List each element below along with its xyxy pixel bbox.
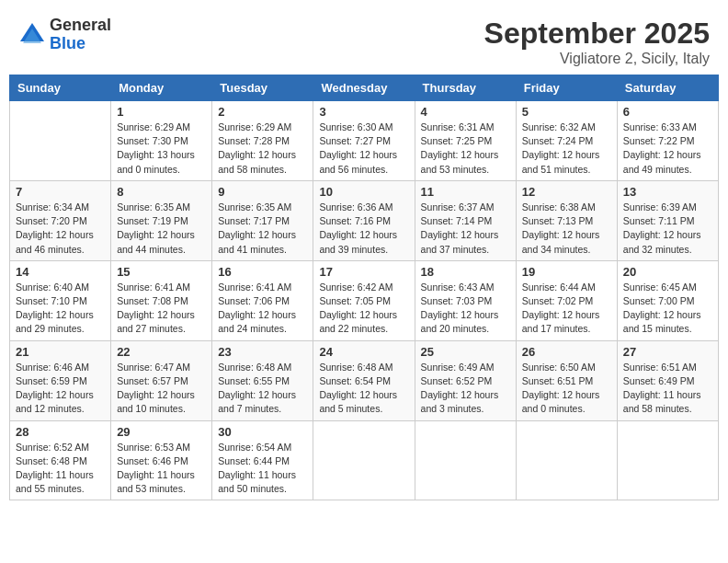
day-info: Sunrise: 6:51 AM Sunset: 6:49 PM Dayligh… (623, 361, 712, 417)
day-number: 14 (16, 265, 105, 279)
weekday-header-sunday: Sunday (10, 75, 111, 101)
day-number: 7 (16, 185, 105, 199)
calendar-day-23: 23Sunrise: 6:48 AM Sunset: 6:55 PM Dayli… (212, 340, 313, 420)
day-number: 11 (421, 185, 510, 199)
calendar-empty-cell (516, 420, 617, 500)
calendar-day-9: 9Sunrise: 6:35 AM Sunset: 7:17 PM Daylig… (212, 180, 313, 260)
calendar-day-6: 6Sunrise: 6:33 AM Sunset: 7:22 PM Daylig… (617, 101, 718, 181)
calendar-day-26: 26Sunrise: 6:50 AM Sunset: 6:51 PM Dayli… (516, 340, 617, 420)
day-info: Sunrise: 6:29 AM Sunset: 7:28 PM Dayligh… (218, 121, 307, 177)
calendar-week-row: 14Sunrise: 6:40 AM Sunset: 7:10 PM Dayli… (10, 260, 719, 340)
calendar-day-17: 17Sunrise: 6:42 AM Sunset: 7:05 PM Dayli… (313, 260, 415, 340)
day-number: 24 (319, 345, 408, 359)
calendar-day-28: 28Sunrise: 6:52 AM Sunset: 6:48 PM Dayli… (10, 420, 111, 500)
day-info: Sunrise: 6:35 AM Sunset: 7:19 PM Dayligh… (117, 201, 206, 257)
calendar-empty-cell (617, 420, 718, 500)
calendar-day-22: 22Sunrise: 6:47 AM Sunset: 6:57 PM Dayli… (111, 340, 212, 420)
calendar-day-10: 10Sunrise: 6:36 AM Sunset: 7:16 PM Dayli… (313, 180, 415, 260)
calendar-day-14: 14Sunrise: 6:40 AM Sunset: 7:10 PM Dayli… (10, 260, 111, 340)
weekday-header-thursday: Thursday (415, 75, 516, 101)
calendar-day-19: 19Sunrise: 6:44 AM Sunset: 7:02 PM Dayli… (516, 260, 617, 340)
day-number: 9 (218, 185, 307, 199)
calendar-day-27: 27Sunrise: 6:51 AM Sunset: 6:49 PM Dayli… (617, 340, 718, 420)
calendar-day-2: 2Sunrise: 6:29 AM Sunset: 7:28 PM Daylig… (212, 101, 313, 181)
day-number: 26 (522, 345, 611, 359)
calendar-week-row: 21Sunrise: 6:46 AM Sunset: 6:59 PM Dayli… (10, 340, 719, 420)
day-info: Sunrise: 6:44 AM Sunset: 7:02 PM Dayligh… (522, 281, 611, 337)
day-info: Sunrise: 6:37 AM Sunset: 7:14 PM Dayligh… (421, 201, 510, 257)
day-number: 25 (421, 345, 510, 359)
day-info: Sunrise: 6:38 AM Sunset: 7:13 PM Dayligh… (522, 201, 611, 257)
day-info: Sunrise: 6:40 AM Sunset: 7:10 PM Dayligh… (16, 281, 105, 337)
header: General Blue September 2025 Vigliatore 2… (9, 9, 719, 67)
calendar-day-1: 1Sunrise: 6:29 AM Sunset: 7:30 PM Daylig… (111, 101, 212, 181)
day-number: 28 (16, 425, 105, 439)
day-info: Sunrise: 6:34 AM Sunset: 7:20 PM Dayligh… (16, 201, 105, 257)
weekday-header-tuesday: Tuesday (212, 75, 313, 101)
calendar-empty-cell (313, 420, 415, 500)
calendar-day-30: 30Sunrise: 6:54 AM Sunset: 6:44 PM Dayli… (212, 420, 313, 500)
day-info: Sunrise: 6:29 AM Sunset: 7:30 PM Dayligh… (117, 121, 206, 177)
day-number: 30 (218, 425, 307, 439)
day-info: Sunrise: 6:43 AM Sunset: 7:03 PM Dayligh… (421, 281, 510, 337)
weekday-header-wednesday: Wednesday (313, 75, 415, 101)
day-number: 20 (623, 265, 712, 279)
calendar-day-8: 8Sunrise: 6:35 AM Sunset: 7:19 PM Daylig… (111, 180, 212, 260)
weekday-header-friday: Friday (516, 75, 617, 101)
day-number: 8 (117, 185, 206, 199)
day-info: Sunrise: 6:50 AM Sunset: 6:51 PM Dayligh… (522, 361, 611, 417)
day-info: Sunrise: 6:53 AM Sunset: 6:46 PM Dayligh… (117, 441, 206, 497)
calendar-day-3: 3Sunrise: 6:30 AM Sunset: 7:27 PM Daylig… (313, 101, 415, 181)
day-number: 16 (218, 265, 307, 279)
weekday-header-monday: Monday (111, 75, 212, 101)
day-info: Sunrise: 6:30 AM Sunset: 7:27 PM Dayligh… (319, 121, 408, 177)
calendar-week-row: 7Sunrise: 6:34 AM Sunset: 7:20 PM Daylig… (10, 180, 719, 260)
calendar-header-row: SundayMondayTuesdayWednesdayThursdayFrid… (10, 75, 719, 101)
day-info: Sunrise: 6:35 AM Sunset: 7:17 PM Dayligh… (218, 201, 307, 257)
day-number: 6 (623, 105, 712, 119)
day-number: 21 (16, 345, 105, 359)
calendar-day-20: 20Sunrise: 6:45 AM Sunset: 7:00 PM Dayli… (617, 260, 718, 340)
calendar-day-29: 29Sunrise: 6:53 AM Sunset: 6:46 PM Dayli… (111, 420, 212, 500)
calendar-day-11: 11Sunrise: 6:37 AM Sunset: 7:14 PM Dayli… (415, 180, 516, 260)
calendar-day-25: 25Sunrise: 6:49 AM Sunset: 6:52 PM Dayli… (415, 340, 516, 420)
day-number: 1 (117, 105, 206, 119)
day-info: Sunrise: 6:41 AM Sunset: 7:06 PM Dayligh… (218, 281, 307, 337)
day-number: 12 (522, 185, 611, 199)
day-number: 2 (218, 105, 307, 119)
logo-icon (18, 21, 46, 49)
day-info: Sunrise: 6:48 AM Sunset: 6:55 PM Dayligh… (218, 361, 307, 417)
logo-blue-text: Blue (50, 35, 111, 53)
day-info: Sunrise: 6:31 AM Sunset: 7:25 PM Dayligh… (421, 121, 510, 177)
calendar-table: SundayMondayTuesdayWednesdayThursdayFrid… (9, 75, 719, 500)
day-number: 4 (421, 105, 510, 119)
day-number: 22 (117, 345, 206, 359)
day-number: 27 (623, 345, 712, 359)
calendar-day-21: 21Sunrise: 6:46 AM Sunset: 6:59 PM Dayli… (10, 340, 111, 420)
day-info: Sunrise: 6:48 AM Sunset: 6:54 PM Dayligh… (319, 361, 408, 417)
day-number: 17 (319, 265, 408, 279)
logo: General Blue (18, 17, 111, 53)
day-info: Sunrise: 6:54 AM Sunset: 6:44 PM Dayligh… (218, 441, 307, 497)
month-title: September 2025 (484, 17, 710, 51)
weekday-header-saturday: Saturday (617, 75, 718, 101)
calendar-day-16: 16Sunrise: 6:41 AM Sunset: 7:06 PM Dayli… (212, 260, 313, 340)
day-info: Sunrise: 6:42 AM Sunset: 7:05 PM Dayligh… (319, 281, 408, 337)
calendar-day-5: 5Sunrise: 6:32 AM Sunset: 7:24 PM Daylig… (516, 101, 617, 181)
calendar-day-15: 15Sunrise: 6:41 AM Sunset: 7:08 PM Dayli… (111, 260, 212, 340)
location-subtitle: Vigliatore 2, Sicily, Italy (484, 51, 710, 67)
day-number: 10 (319, 185, 408, 199)
day-info: Sunrise: 6:52 AM Sunset: 6:48 PM Dayligh… (16, 441, 105, 497)
calendar-empty-cell (10, 101, 111, 181)
day-info: Sunrise: 6:32 AM Sunset: 7:24 PM Dayligh… (522, 121, 611, 177)
day-number: 5 (522, 105, 611, 119)
calendar-empty-cell (415, 420, 516, 500)
day-number: 18 (421, 265, 510, 279)
logo-general-text: General (50, 17, 111, 35)
day-number: 29 (117, 425, 206, 439)
calendar-day-18: 18Sunrise: 6:43 AM Sunset: 7:03 PM Dayli… (415, 260, 516, 340)
calendar-day-13: 13Sunrise: 6:39 AM Sunset: 7:11 PM Dayli… (617, 180, 718, 260)
day-number: 19 (522, 265, 611, 279)
day-info: Sunrise: 6:36 AM Sunset: 7:16 PM Dayligh… (319, 201, 408, 257)
calendar-week-row: 28Sunrise: 6:52 AM Sunset: 6:48 PM Dayli… (10, 420, 719, 500)
